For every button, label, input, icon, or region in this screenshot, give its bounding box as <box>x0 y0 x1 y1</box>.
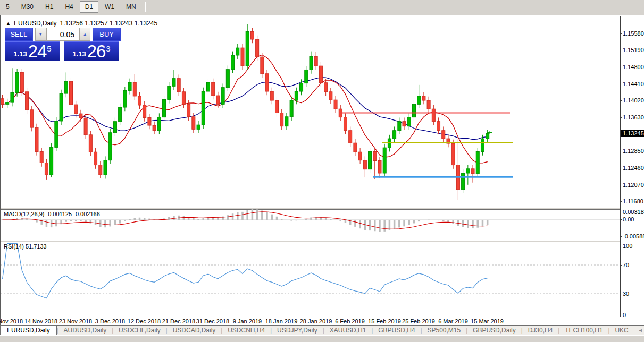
rsi-axis-label: 30 <box>623 290 629 297</box>
price-axis-label: 1.14410 <box>623 81 644 87</box>
candle-body <box>187 104 190 116</box>
candle-body <box>55 121 58 147</box>
candle-body <box>481 139 484 151</box>
candle-body <box>153 125 156 131</box>
date-axis-label: 18 Jan 2019 <box>265 318 298 324</box>
chart-tab-gbpusd-h4[interactable]: GBPUSD,H4 <box>373 326 420 335</box>
rsi-pane[interactable]: RSI(14) 51.7133 <box>1 242 620 317</box>
candle-body <box>354 143 357 152</box>
candle-body <box>373 151 377 160</box>
date-axis-label: 9 Jan 2019 <box>233 318 262 324</box>
volume-increase-button[interactable]: ▲ <box>79 28 90 41</box>
rsi-label: RSI(14) 51.7133 <box>4 243 47 250</box>
date-axis-label: 25 Feb 2019 <box>402 318 435 324</box>
candle-body <box>295 91 298 100</box>
candle-body <box>334 100 337 109</box>
sell-price-big: 24 <box>28 44 47 59</box>
chart-tab-audusd-daily[interactable]: AUDUSD,Daily <box>58 326 112 335</box>
sell-price-tile[interactable]: 1.13 24 5 <box>5 41 60 61</box>
candle-body <box>6 102 9 104</box>
candle-body <box>89 135 92 152</box>
macd-pane[interactable]: MACD(12,26,9) -0.001125 -0.002166 <box>1 210 620 241</box>
candle-body <box>398 122 401 131</box>
candle-body <box>427 100 430 109</box>
date-axis-label: 5 Nov 2018 <box>0 318 23 324</box>
timeframe-button-w1[interactable]: W1 <box>99 1 120 13</box>
candle-body <box>236 48 239 55</box>
chart-tab-usdjpy-daily[interactable]: USDJPY,Daily <box>272 326 323 335</box>
candle-body <box>148 117 151 125</box>
candle-body <box>383 148 386 173</box>
rsi-line <box>3 244 488 298</box>
candle-body <box>212 82 215 96</box>
main-chart-pane[interactable]: ▲ EURUSD,Daily 1.13256 1.13257 1.13243 1… <box>1 16 620 209</box>
candle-body <box>221 88 224 105</box>
chart-tab-tech100-h1[interactable]: TECH100,H1 <box>559 326 608 335</box>
date-axis-label: 6 Feb 2019 <box>335 318 365 324</box>
chart-tab-xauusd-h1[interactable]: XAUUSD,H1 <box>324 326 372 335</box>
symbol-tabs-bar: EURUSD,Daily|AUDUSD,Daily|USDCHF,Daily|U… <box>0 325 644 335</box>
candle-body <box>314 56 317 66</box>
buy-price-big: 26 <box>87 44 106 59</box>
rsi-chart <box>1 242 620 317</box>
date-axis-label: 14 Nov 2018 <box>24 318 57 324</box>
candle-body <box>280 113 283 126</box>
chart-tab-eurusd-daily[interactable]: EURUSD,Daily <box>0 325 57 336</box>
chart-tab-gbpusd-daily[interactable]: GBPUSD,Daily <box>467 326 521 335</box>
candle-body <box>206 82 210 91</box>
timeframe-button-5[interactable]: 5 <box>1 1 15 13</box>
one-click-trade-panel: SELL ▼ ▲ BUY 1.13 24 5 1.13 <box>5 28 121 61</box>
candle-body <box>69 81 72 105</box>
timeframe-button-h4[interactable]: H4 <box>60 1 78 13</box>
tabs-scroll-left-icon[interactable]: ◄ <box>638 328 643 333</box>
volume-input[interactable] <box>46 28 79 41</box>
candle-body <box>305 70 308 83</box>
buy-button[interactable]: BUY <box>93 28 121 41</box>
chart-tab-dj30-h4[interactable]: DJ30,H4 <box>523 326 558 335</box>
candle-body <box>250 31 254 39</box>
candle-body <box>369 151 372 169</box>
date-axis-label: 15 Feb 2019 <box>368 318 401 324</box>
timeframe-button-m30[interactable]: M30 <box>16 1 39 13</box>
candle-body <box>462 173 465 190</box>
chart-frame: ▲ EURUSD,Daily 1.13256 1.13257 1.13243 1… <box>0 15 644 325</box>
price-axis-label: 1.14020 <box>623 97 644 104</box>
date-axis-label: 12 Dec 2018 <box>128 318 161 324</box>
candle-body <box>231 55 235 70</box>
candle-body <box>300 83 303 91</box>
chart-tab-usdchf-daily[interactable]: USDCHF,Daily <box>113 326 166 335</box>
candle-body <box>290 100 293 117</box>
candle-body <box>285 117 288 126</box>
candle-body <box>466 169 470 173</box>
candle-body <box>45 163 48 175</box>
macd-label: MACD(12,26,9) -0.001125 -0.002166 <box>4 211 100 217</box>
toolbar-separator <box>145 2 146 12</box>
chart-tab-usdcnh-h4[interactable]: USDCNH,H4 <box>222 326 270 335</box>
timeframe-button-h1[interactable]: H1 <box>40 1 58 13</box>
chart-tab-ukc[interactable]: UKC <box>609 326 633 335</box>
candle-body <box>74 105 78 114</box>
chart-tab-sp500-m15[interactable]: SP500,M15 <box>422 326 466 335</box>
candle-body <box>128 82 131 90</box>
chart-tab-usdcad-daily[interactable]: USDCAD,Daily <box>168 326 221 335</box>
candle-body <box>378 160 381 173</box>
sell-price-pip: 5 <box>47 44 51 53</box>
sell-button[interactable]: SELL <box>5 28 33 41</box>
candle-body <box>363 160 366 169</box>
candle-body <box>50 147 53 175</box>
candle-body <box>113 122 116 133</box>
date-axis-label: 15 Mar 2019 <box>471 318 504 324</box>
date-axis-label: 31 Dec 2018 <box>196 318 229 324</box>
date-axis-label: 23 Nov 2018 <box>59 318 92 324</box>
timeframe-button-d1[interactable]: D1 <box>80 1 98 13</box>
timeframe-button-mn[interactable]: MN <box>121 1 141 13</box>
candle-body <box>11 92 14 102</box>
candle-body <box>241 48 244 66</box>
candle-body <box>246 31 249 66</box>
volume-decrease-button[interactable]: ▼ <box>35 28 46 41</box>
candle-body <box>471 169 474 174</box>
buy-price-tile[interactable]: 1.13 26 3 <box>64 41 119 61</box>
price-axis-label: 1.15580 <box>623 30 644 37</box>
collapse-arrow-icon[interactable]: ▲ <box>6 21 11 26</box>
candle-body <box>20 72 23 91</box>
